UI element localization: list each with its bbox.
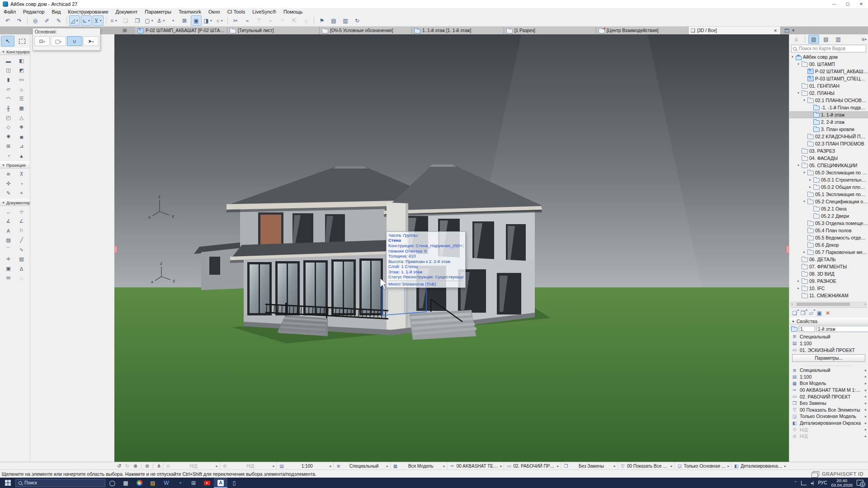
tree-item-05-3-отделка-помещений[interactable]: 05.3 Отделка помещений: [789, 220, 868, 227]
quickbar-scale[interactable]: ▤1:100▸: [276, 462, 333, 469]
property-row-master-layout[interactable]: ▭01. ЭСКИЗНЫЙ ПРОЕКТ: [789, 347, 868, 353]
close-button[interactable]: ✕: [854, 0, 868, 8]
tree-item-11-смежникам[interactable]: 11. СМЕЖНИКАМ: [789, 292, 868, 299]
cortana-icon[interactable]: ◯: [105, 478, 119, 488]
start-button[interactable]: [0, 478, 15, 488]
corner-window-tool-icon[interactable]: ◩: [15, 66, 28, 75]
slab-tool-icon[interactable]: ▱: [2, 84, 15, 94]
new-folder-icon[interactable]: ▱+: [809, 310, 813, 316]
tree-item-05-2-спецификации-окон-и-двер[interactable]: ▾05.2 Спецификации окон и двер: [789, 198, 868, 205]
paint-icon[interactable]: ▯: [227, 478, 241, 488]
label-tool-icon[interactable]: ⚐: [15, 226, 28, 235]
publisher-map-icon[interactable]: ▥: [833, 35, 844, 44]
tab-1-1-й-этаж-1-1-й-этаж-[interactable]: 1. 1-й этаж [1. 1-й этаж]: [412, 27, 504, 34]
parameters-button[interactable]: Параметры...: [792, 354, 865, 362]
grid-snap-icon[interactable]: ⌗▼: [108, 15, 119, 26]
layout-book-map-icon[interactable]: ▤: [821, 35, 831, 44]
marquee-options-icon[interactable]: ▢▼: [144, 15, 155, 26]
window-tool-icon[interactable]: ◫: [2, 66, 15, 75]
dimension-tool-icon[interactable]: ↔: [2, 207, 15, 216]
quick-options-icon[interactable]: ⊞: [114, 27, 135, 34]
tree-item-05-4-план-полов[interactable]: 05.4 План полов: [789, 227, 868, 234]
scroll-right-icon[interactable]: ›: [864, 302, 866, 306]
view-map-icon[interactable]: ▨: [808, 35, 819, 44]
trace-reference-icon[interactable]: ❐: [132, 15, 143, 26]
setting-row-3d-style[interactable]: ◧Детализированная Окраска▸: [789, 420, 868, 427]
fill-tool-icon[interactable]: ▨: [2, 235, 15, 245]
story-number-field[interactable]: [799, 326, 815, 332]
setting-row-renovation-status[interactable]: ◲Только Основная Модель▸: [789, 413, 868, 420]
expanded-icon[interactable]: ▾: [791, 55, 794, 59]
hotspot-tool-icon[interactable]: ✛: [2, 254, 15, 264]
tree-item-3-план-кровли[interactable]: 3. План кровли: [789, 126, 868, 133]
tree-item-05-0-экспликация-по-генплану[interactable]: ▾05.0 Экспликация по Генплану: [789, 169, 868, 176]
tree-item--1-1-й-план-подвала[interactable]: -1. -1-й План подвала: [789, 104, 868, 111]
back-icon[interactable]: ↺: [115, 463, 123, 469]
renovation-icon[interactable]: ◔: [167, 15, 178, 26]
tree-item-00-штамп[interactable]: ▾00. ШТАМП: [789, 61, 868, 68]
solid-operations-icon[interactable]: ◨▼: [203, 15, 213, 26]
adjust-icon[interactable]: ⌁: [242, 15, 253, 26]
gravity-icon[interactable]: ⊻▼: [93, 15, 104, 26]
suspend-groups-icon[interactable]: ⊠: [179, 15, 190, 26]
elevation-tool-icon[interactable]: ⊼: [15, 169, 28, 179]
setting-row-renovation-filter[interactable]: ▽00 Показать Все Элементы▸: [789, 407, 868, 413]
setting-row-model-view-options[interactable]: ▭02. РАБОЧИЙ ПРОЕКТ▸: [789, 393, 868, 400]
menu-teamwork[interactable]: Teamwork: [175, 8, 205, 15]
network-icon[interactable]: [801, 481, 807, 485]
flag-marker-icon[interactable]: ⚑: [316, 15, 327, 26]
property-row-layer-combination[interactable]: ≣Специальный: [789, 333, 868, 340]
tree-item-05-7-парковочные-места[interactable]: ▸05.7 Парковочные места: [789, 249, 868, 256]
worksheet-tool-icon[interactable]: ✎: [2, 188, 15, 198]
zone-tool-icon[interactable]: ◰: [2, 113, 15, 122]
collapsed-icon[interactable]: ▸: [802, 250, 806, 254]
clone-folder-icon[interactable]: ❐+: [801, 310, 806, 316]
quickbar-renovation-filter[interactable]: ▽00 Показать Все Элем...▸: [618, 462, 675, 469]
navigator-menu-icon[interactable]: ≡▸: [862, 37, 867, 42]
column-tool-icon[interactable]: ▮: [2, 75, 15, 84]
mesh-tool-icon[interactable]: △: [15, 113, 28, 122]
orbit-icon[interactable]: ⊚: [143, 463, 151, 469]
tree-item-1-1-й-этаж[interactable]: 1. 1-й этаж: [789, 111, 868, 118]
collapsed-icon[interactable]: ▸: [808, 178, 812, 182]
quickbar-3d-style[interactable]: ◧Детализированная О...▸: [731, 462, 788, 469]
new-tab-view-icon[interactable]: 🗔: [784, 28, 789, 33]
roof-tool-icon[interactable]: ⌂: [15, 84, 28, 94]
archicad-icon[interactable]: A: [214, 478, 227, 488]
section-tool-icon[interactable]: ≋: [2, 169, 15, 179]
tree-item-р-03-штамп-спецификации[interactable]: Р-03 ШТАМП_СПЕЦИФИКАЦИИ: [789, 75, 868, 82]
setting-row-layer-combination[interactable]: ≣Специальный▸: [789, 367, 868, 374]
chrome-icon[interactable]: [132, 478, 146, 488]
arc-circle-tool-icon[interactable]: ⌒: [2, 245, 15, 254]
tab-list-dropdown-icon[interactable]: ▾: [792, 28, 795, 33]
tree-item-08-3d-вид[interactable]: 08. 3D ВИД: [789, 270, 868, 277]
setting-row-scale[interactable]: ▤1:100▸: [789, 374, 868, 380]
menu-редактор[interactable]: Редактор: [19, 8, 48, 15]
detail-tool-icon[interactable]: ◔: [15, 179, 28, 188]
figure-tool-icon[interactable]: ▧: [15, 254, 28, 264]
menu-документ[interactable]: Документ: [112, 8, 142, 15]
morph-tool-icon[interactable]: ◇: [2, 122, 15, 132]
tree-item-05-2-1-окна[interactable]: 05.2.1 Окна: [789, 205, 868, 212]
tab-р-02-штамп-акбашат-р-02-штамп-акб-[interactable]: Р-02 ШТАМП_АКБАШАТ [Р-02 ШТАМП_АКБ...: [135, 27, 227, 34]
tab--3d-все-[interactable]: ❑[3D / Все]✕: [689, 27, 781, 34]
level-dimension-tool-icon[interactable]: ⊹: [15, 207, 28, 216]
radial-dimension-tool-icon[interactable]: ∡: [2, 216, 15, 226]
pick-up-parameters-icon[interactable]: ✐: [42, 15, 52, 26]
tree-item-05-2-2-двери[interactable]: 05.2.2 Двери: [789, 212, 868, 220]
publisher-icon[interactable]: ▥: [340, 15, 351, 26]
tab--оч-5-условные-обозначения-[interactable]: [ОЧ-5 Условные обозначения]: [320, 27, 412, 34]
revision-cloud-tool-icon[interactable]: ◌: [15, 273, 28, 283]
edit-selection-icon[interactable]: ▣: [191, 15, 202, 26]
quickbar-pen-set[interactable]: ✑00 AKBASHAT TEAM M ...▸: [447, 462, 504, 469]
tab--титульный-лист-[interactable]: [Титульный лист]: [227, 27, 320, 34]
tree-item-06-деталь[interactable]: 06. ДЕТАЛЬ: [789, 256, 868, 263]
expanded-icon[interactable]: ▾: [797, 91, 800, 95]
collapsed-icon[interactable]: ▸: [797, 286, 800, 290]
update-drawings-icon[interactable]: ↻: [352, 15, 363, 26]
snap-guides-icon[interactable]: ⊾▼: [81, 15, 92, 26]
guide-lines-icon[interactable]: ◿▼: [69, 15, 80, 26]
project-chooser-icon[interactable]: ⌂: [791, 35, 802, 44]
menu-ci-tools[interactable]: CI Tools: [224, 8, 249, 15]
stair-tool-icon[interactable]: ☰: [15, 94, 28, 103]
